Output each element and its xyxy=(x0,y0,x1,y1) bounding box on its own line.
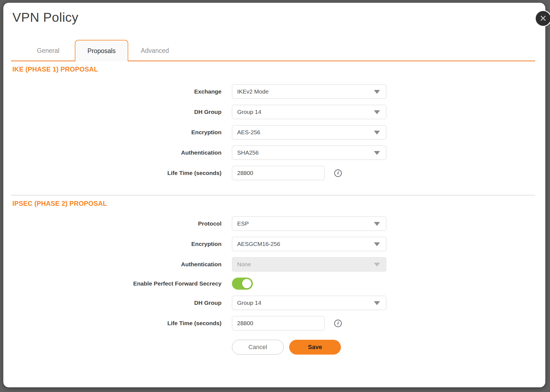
dh-group-select-value: Group 14 xyxy=(237,109,261,115)
form-row-pfs: Enable Perfect Forward Secrecy xyxy=(11,275,545,293)
encryption-select[interactable]: AES-256 xyxy=(232,125,386,139)
chevron-down-icon xyxy=(374,263,380,267)
authentication-p2-select: None xyxy=(232,257,386,272)
form-row-lifetime: Life Time (seconds) i xyxy=(11,163,545,183)
chevron-down-icon xyxy=(374,110,380,114)
chevron-down-icon xyxy=(374,242,380,246)
chevron-down-icon xyxy=(374,151,380,155)
field-label-encryption-p2: Encryption xyxy=(11,241,221,247)
chevron-down-icon xyxy=(374,301,380,305)
vpn-policy-dialog: ✕ VPN Policy General Proposals Advanced … xyxy=(3,3,545,387)
info-icon: i xyxy=(334,169,342,177)
form-row-exchange: Exchange IKEv2 Mode xyxy=(11,81,545,102)
dialog-footer: Cancel Save xyxy=(232,340,545,355)
field-label-authentication: Authentication xyxy=(11,149,221,156)
dh-group-p2-select[interactable]: Group 14 xyxy=(232,296,386,310)
form-row-dh-group-p2: DH Group Group 14 xyxy=(11,293,545,313)
form-row-dh-group: DH Group Group 14 xyxy=(11,102,545,122)
authentication-p2-select-value: None xyxy=(237,261,251,268)
form-row-lifetime-p2: Life Time (seconds) i xyxy=(11,313,545,333)
chevron-down-icon xyxy=(374,222,380,226)
form-row-encryption-p2: Encryption AESGCM16-256 xyxy=(11,234,545,254)
field-label-encryption: Encryption xyxy=(11,129,221,136)
protocol-select[interactable]: ESP xyxy=(232,216,386,231)
field-label-lifetime: Life Time (seconds) xyxy=(11,170,221,176)
ipsec-phase2-rows: Protocol ESP Encryption AESGCM16-256 Aut… xyxy=(11,213,545,333)
form-row-authentication-p2: Authentication None xyxy=(11,254,545,275)
cancel-button[interactable]: Cancel xyxy=(232,340,284,355)
close-icon: ✕ xyxy=(540,14,547,23)
section-divider xyxy=(11,195,535,196)
form-row-protocol: Protocol ESP xyxy=(11,213,545,234)
pfs-toggle[interactable] xyxy=(232,278,253,290)
ike-phase1-rows: Exchange IKEv2 Mode DH Group Group 14 En… xyxy=(11,81,545,183)
tab-bar: General Proposals Advanced xyxy=(11,40,535,61)
field-label-authentication-p2: Authentication xyxy=(11,261,221,268)
authentication-select-value: SHA256 xyxy=(237,149,259,156)
toggle-knob xyxy=(242,279,251,288)
field-label-pfs: Enable Perfect Forward Secrecy xyxy=(11,280,221,287)
authentication-select[interactable]: SHA256 xyxy=(232,146,386,160)
exchange-select-value: IKEv2 Mode xyxy=(237,88,269,95)
encryption-select-value: AES-256 xyxy=(237,129,260,136)
lifetime-p2-input[interactable] xyxy=(232,316,325,330)
lifetime-input[interactable] xyxy=(232,166,325,180)
dialog-content: IKE (PHASE 1) PROPOSAL Exchange IKEv2 Mo… xyxy=(11,65,545,355)
info-icon: i xyxy=(334,320,342,327)
dh-group-p2-select-value: Group 14 xyxy=(237,300,261,306)
encryption-p2-select[interactable]: AESGCM16-256 xyxy=(232,237,386,251)
tab-advanced[interactable]: Advanced xyxy=(128,40,182,61)
encryption-p2-select-value: AESGCM16-256 xyxy=(237,241,280,247)
section-heading-ike-phase1: IKE (PHASE 1) PROPOSAL xyxy=(12,65,545,73)
close-button[interactable]: ✕ xyxy=(535,10,550,27)
info-icon-glyph: i xyxy=(337,321,338,326)
protocol-select-value: ESP xyxy=(237,220,249,227)
section-heading-ipsec-phase2: IPSEC (PHASE 2) PROPOSAL xyxy=(12,200,545,207)
form-row-authentication: Authentication SHA256 xyxy=(11,142,545,163)
form-row-encryption: Encryption AES-256 xyxy=(11,122,545,142)
tab-proposals[interactable]: Proposals xyxy=(75,40,128,61)
save-button[interactable]: Save xyxy=(289,340,341,355)
field-label-exchange: Exchange xyxy=(11,88,221,95)
field-label-lifetime-p2: Life Time (seconds) xyxy=(11,320,221,327)
exchange-select[interactable]: IKEv2 Mode xyxy=(232,84,386,99)
info-icon-glyph: i xyxy=(337,171,338,176)
field-label-protocol: Protocol xyxy=(11,220,221,227)
chevron-down-icon xyxy=(374,90,380,94)
field-label-dh-group: DH Group xyxy=(11,109,221,115)
field-label-dh-group-p2: DH Group xyxy=(11,300,221,306)
dh-group-select[interactable]: Group 14 xyxy=(232,105,386,119)
chevron-down-icon xyxy=(374,131,380,135)
tab-general[interactable]: General xyxy=(21,40,75,61)
dialog-title: VPN Policy xyxy=(12,10,545,25)
